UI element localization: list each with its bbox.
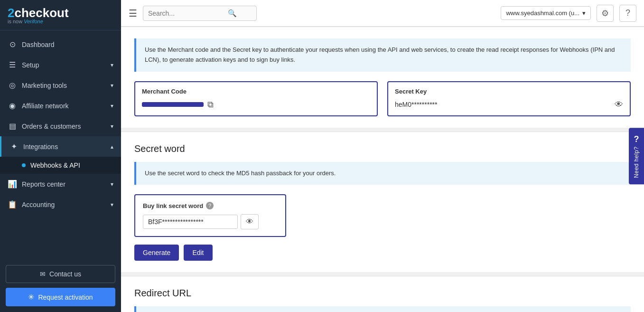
request-label: Request activation	[38, 293, 93, 301]
dropdown-arrow-icon: ▾	[582, 9, 586, 17]
chevron-down-icon: ▾	[111, 82, 113, 89]
sidebar-item-label: Reports center	[22, 180, 65, 188]
hamburger-menu-icon[interactable]: ☰	[129, 8, 137, 19]
topbar: ☰ 🔍 www.syedashmal.com (u... ▾ ⚙ ?	[121, 0, 644, 27]
logo-suffix: checkout	[14, 6, 68, 20]
gear-icon: ⚙	[601, 8, 609, 19]
domain-selector[interactable]: www.syedashmal.com (u... ▾	[501, 6, 591, 20]
redirect-url-title: Redirect URL	[134, 288, 631, 299]
setup-icon: ☰	[8, 60, 17, 69]
sidebar-item-orders[interactable]: ▤ Orders & customers ▾	[0, 116, 121, 136]
secret-word-info-box: Use the secret word to check the MD5 has…	[134, 162, 631, 185]
secret-key-label: Secret Key	[395, 88, 623, 95]
buy-link-secret-input[interactable]	[143, 215, 238, 229]
domain-text: www.syedashmal.com (u...	[506, 9, 579, 17]
fields-row: Merchant Code ⧉ Secret Key 👁	[134, 81, 631, 116]
affiliate-icon: ◉	[8, 101, 17, 110]
reports-icon: 📊	[8, 180, 17, 189]
sidebar-nav: ⊙ Dashboard ☰ Setup ▾ ◎ Marketing tools …	[0, 30, 121, 259]
api-keys-section: Use the Merchant code and the Secret key…	[121, 27, 644, 128]
copy-icon[interactable]: ⧉	[207, 100, 214, 110]
sidebar-item-reports[interactable]: 📊 Reports center ▾	[0, 174, 121, 194]
help-button[interactable]: ?	[619, 5, 636, 22]
integrations-icon: ✦	[9, 142, 19, 151]
secret-key-box: Secret Key 👁	[387, 81, 631, 116]
chevron-down-icon: ▾	[111, 201, 113, 208]
secret-word-section: Secret word Use the secret word to check…	[121, 132, 644, 273]
chevron-down-icon: ▾	[111, 62, 113, 68]
active-dot	[22, 163, 26, 167]
redirect-url-section: Redirect URL	[121, 276, 644, 312]
logo-tagline: is now	[8, 19, 22, 24]
marketing-icon: ◎	[8, 81, 17, 90]
buy-link-label: Buy link secret word	[143, 202, 203, 209]
accounting-icon: 📋	[8, 200, 17, 209]
settings-button[interactable]: ⚙	[597, 5, 614, 22]
secret-word-title: Secret word	[134, 143, 631, 154]
sidebar-item-label: Marketing tools	[22, 82, 67, 89]
secret-word-info-text: Use the secret word to check the MD5 has…	[145, 170, 336, 177]
need-help-label: Need help?	[633, 146, 640, 178]
sidebar-item-label: Accounting	[22, 201, 55, 208]
sidebar-item-label: Integrations	[23, 143, 58, 151]
secret-key-input-row: 👁	[395, 100, 623, 110]
content: Use the Merchant code and the Secret key…	[121, 27, 644, 312]
envelope-icon: ✉	[40, 270, 46, 278]
sidebar-item-label: Orders & customers	[22, 123, 81, 130]
secret-key-input[interactable]	[395, 101, 611, 108]
topbar-right: www.syedashmal.com (u... ▾ ⚙ ?	[501, 5, 636, 22]
contact-us-button[interactable]: ✉ Contact us	[6, 265, 115, 283]
secret-label-row: Buy link secret word ?	[143, 202, 278, 209]
sidebar-item-label: Dashboard	[22, 41, 55, 48]
chevron-up-icon: ▴	[111, 143, 113, 150]
contact-label: Contact us	[49, 270, 81, 278]
merchant-code-label: Merchant Code	[142, 88, 370, 95]
search-box[interactable]: 🔍	[143, 6, 257, 21]
buy-link-secret-box: Buy link secret word ? 👁	[134, 194, 286, 237]
info-box: Use the Merchant code and the Secret key…	[134, 38, 631, 72]
sidebar-item-label: Affiliate network	[22, 102, 69, 110]
sidebar-item-dashboard[interactable]: ⊙ Dashboard	[0, 34, 121, 55]
merchant-code-box: Merchant Code ⧉	[134, 81, 378, 116]
sidebar-item-webhooks[interactable]: Webhooks & API	[0, 157, 121, 174]
eye-icon[interactable]: 👁	[615, 100, 623, 110]
main-area: ☰ 🔍 www.syedashmal.com (u... ▾ ⚙ ? Use t…	[121, 0, 644, 312]
sidebar-item-affiliate[interactable]: ◉ Affiliate network ▾	[0, 95, 121, 116]
request-activation-button[interactable]: ✳ Request activation	[6, 288, 115, 306]
eye-icon: 👁	[246, 217, 253, 226]
sidebar: 2checkout is now Verifone ⊙ Dashboard ☰ …	[0, 0, 121, 312]
need-help-panel[interactable]: ? Need help?	[629, 128, 644, 184]
sidebar-bottom: ✉ Contact us ✳ Request activation	[0, 259, 121, 312]
help-icon: ?	[625, 8, 630, 18]
help-circle-icon[interactable]: ?	[206, 202, 214, 209]
redirect-url-info	[134, 306, 631, 312]
toggle-visibility-button[interactable]: 👁	[241, 214, 259, 229]
sidebar-item-setup[interactable]: ☰ Setup ▾	[0, 55, 121, 75]
logo-prefix: 2	[8, 6, 14, 20]
sidebar-sub-label: Webhooks & API	[30, 161, 80, 169]
generate-button[interactable]: Generate	[134, 245, 179, 261]
secret-input-row: 👁	[143, 214, 278, 229]
logo: 2checkout is now Verifone	[0, 0, 121, 30]
orders-icon: ▤	[8, 122, 17, 131]
edit-button[interactable]: Edit	[184, 245, 212, 261]
question-mark-icon: ?	[634, 134, 639, 144]
secret-word-buttons: Generate Edit	[134, 245, 631, 261]
logo-brand: Verifone	[24, 19, 43, 24]
chevron-down-icon: ▾	[111, 181, 113, 188]
dashboard-icon: ⊙	[8, 40, 17, 49]
sidebar-item-label: Setup	[22, 61, 39, 69]
sidebar-item-accounting[interactable]: 📋 Accounting ▾	[0, 194, 121, 215]
search-input[interactable]	[148, 9, 224, 17]
sidebar-item-marketing[interactable]: ◎ Marketing tools ▾	[0, 75, 121, 95]
chevron-down-icon: ▾	[111, 123, 113, 130]
merchant-code-value	[142, 102, 204, 107]
sidebar-item-integrations[interactable]: ✦ Integrations ▴	[0, 136, 121, 157]
search-icon: 🔍	[228, 9, 237, 18]
merchant-code-input-row: ⧉	[142, 100, 370, 110]
info-text: Use the Merchant code and the Secret key…	[145, 46, 615, 63]
chevron-down-icon: ▾	[111, 103, 113, 109]
sparkle-icon: ✳	[28, 293, 34, 302]
